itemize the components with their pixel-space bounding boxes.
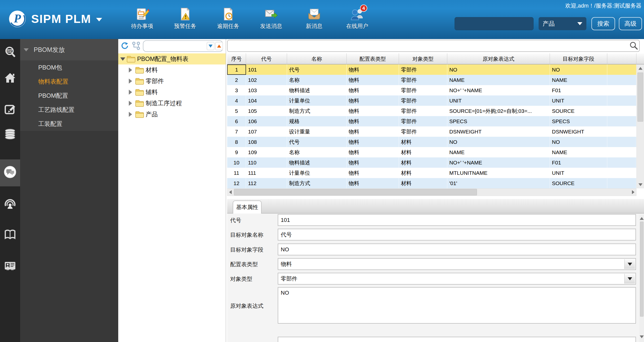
expand-icon[interactable] xyxy=(129,67,132,73)
tab-basic-properties[interactable]: 基本属性 xyxy=(233,200,262,214)
dropdown-button[interactable] xyxy=(624,259,635,269)
collapse-icon[interactable] xyxy=(120,57,125,61)
table-row[interactable]: 12112制造方式物料材料'01'SOURCE xyxy=(227,178,636,188)
chevron-down-icon[interactable] xyxy=(96,18,102,21)
table-row[interactable]: 3103物料描述物料零部件NO+' '+NAMEF01 xyxy=(227,85,636,95)
edit-icon[interactable] xyxy=(4,103,17,116)
nav-item[interactable]: 物料表配置 xyxy=(20,75,118,89)
table-row[interactable]: 4104计量单位物料零部件UNITUNIT xyxy=(227,95,636,106)
table-row[interactable]: 9109名称物料材料NAMENAME xyxy=(227,147,636,157)
sipm-search-icon[interactable]: SIPM xyxy=(4,46,17,59)
search-category-select[interactable]: 产品 xyxy=(539,17,586,30)
column-header[interactable] xyxy=(607,53,636,64)
column-header[interactable]: 对象类型 xyxy=(399,53,447,64)
search-icon[interactable] xyxy=(629,41,638,50)
field-input-2[interactable]: 代号 xyxy=(278,229,636,241)
nav-item[interactable]: 工装配置 xyxy=(20,117,118,131)
field-input-3[interactable]: NO xyxy=(278,244,636,255)
column-header[interactable]: 配置表类型 xyxy=(347,53,399,64)
toolbar-item-send[interactable]: 发送消息 xyxy=(256,7,286,30)
table-row[interactable]: 7107设计重量物料零部件DSNWEIGHTDSNWEIGHT xyxy=(227,126,636,137)
home-icon[interactable] xyxy=(4,71,17,84)
table-row[interactable]: 2102名称物料零部件NAMENAME xyxy=(227,75,636,85)
table-cell: 物料 xyxy=(347,126,399,137)
table-cell: SOURCE xyxy=(550,106,607,116)
scrollbar-thumb[interactable] xyxy=(234,189,477,195)
table-cell: F01 xyxy=(550,157,607,168)
scroll-down-button[interactable] xyxy=(637,181,644,188)
column-header[interactable]: 代号 xyxy=(246,53,287,64)
table-cell: 设计重量 xyxy=(287,126,347,137)
table-cell xyxy=(607,106,636,116)
scrollbar-thumb[interactable] xyxy=(637,73,643,122)
scroll-up-button[interactable] xyxy=(639,215,644,222)
expand-icon[interactable] xyxy=(129,79,132,84)
tree-node[interactable]: 辅料 xyxy=(118,87,226,98)
tree-node[interactable]: PBOM配置_物料表 xyxy=(118,53,226,64)
column-header[interactable]: 名称 xyxy=(287,53,347,64)
dropdown-button[interactable] xyxy=(624,274,635,284)
tree-node[interactable]: 制造工序过程 xyxy=(118,98,226,109)
tree-node[interactable]: 零部件 xyxy=(118,76,226,87)
database-icon[interactable] xyxy=(4,128,17,141)
search-prev-button[interactable] xyxy=(215,42,223,50)
advanced-search-button[interactable]: 高级 xyxy=(619,17,642,30)
detail-vertical-scrollbar[interactable] xyxy=(639,215,644,342)
hierarchy-icon[interactable] xyxy=(132,42,140,50)
scrollbar-thumb[interactable] xyxy=(640,222,643,317)
search-next-button[interactable] xyxy=(207,42,214,50)
field-input-6[interactable]: NO xyxy=(278,287,636,324)
toolbar-item-online[interactable]: 4在线用户 xyxy=(342,7,372,30)
expand-icon[interactable] xyxy=(129,112,132,117)
table-cell: MTLUNITNAME xyxy=(447,168,550,178)
tree-node[interactable]: 材料 xyxy=(118,64,226,76)
scroll-down-button[interactable] xyxy=(639,333,644,340)
field-input-1[interactable]: 101 xyxy=(278,214,636,226)
toolbar-item-new[interactable]: 新消息 xyxy=(299,7,329,30)
field-input-5[interactable]: 零部件 xyxy=(278,273,636,285)
expand-icon[interactable] xyxy=(129,90,132,95)
app-brand[interactable]: P SIPM PLM xyxy=(9,11,102,27)
expand-icon[interactable] xyxy=(129,101,132,106)
toolbar-item-overdue[interactable]: 逾期任务 xyxy=(213,7,243,30)
nav-item[interactable]: 工艺路线配置 xyxy=(20,103,118,117)
column-header[interactable]: 序号 xyxy=(227,53,246,64)
nav-group-header[interactable]: PBOM发放 xyxy=(20,39,118,60)
table-cell: 9 xyxy=(227,147,246,157)
book-icon[interactable] xyxy=(4,228,17,241)
chat-icon[interactable] xyxy=(4,165,17,179)
table-row[interactable]: 8108代号物料材料NONO xyxy=(227,137,636,147)
search-button[interactable]: 搜索 xyxy=(591,17,615,30)
toolbar-item-todo[interactable]: 待办事项 xyxy=(127,7,157,30)
table-cell: SPECS xyxy=(550,116,607,126)
nav-item[interactable]: PBOM包 xyxy=(20,60,118,75)
table-row[interactable]: 10110物料描述物料材料NO+' '+NAMEF01 xyxy=(227,157,636,168)
nav-item[interactable]: PBOM配置 xyxy=(20,89,118,103)
scroll-right-button[interactable] xyxy=(630,189,636,196)
table-filter-input[interactable] xyxy=(227,40,640,52)
scroll-up-button[interactable] xyxy=(637,65,644,72)
field-value: 物料 xyxy=(281,260,292,268)
table-cell: NAME xyxy=(550,147,607,157)
broadcast-icon[interactable] xyxy=(4,197,17,211)
tree-node[interactable]: 产品 xyxy=(118,109,226,120)
table-cell: 物料 xyxy=(347,157,399,168)
column-header[interactable]: 目标对象字段 xyxy=(550,53,607,64)
table-cell: SOURCE xyxy=(550,178,607,188)
field-input-partial[interactable] xyxy=(278,337,636,342)
table-vertical-scrollbar[interactable] xyxy=(636,64,644,188)
contact-card-icon[interactable] xyxy=(4,259,17,272)
table-horizontal-scrollbar[interactable] xyxy=(227,188,636,196)
scroll-left-button[interactable] xyxy=(227,189,233,196)
table-row[interactable]: 6106规格物料零部件SPECSSPECS xyxy=(227,116,636,126)
table-row[interactable]: 5105制造方式物料零部件SOURCE=[01=外购;02=自制;03=...S… xyxy=(227,106,636,116)
global-search-input[interactable] xyxy=(455,17,534,30)
table-row[interactable]: 11111计量单位物料材料MTLUNITNAMEUNIT xyxy=(227,168,636,178)
toolbar-item-warning[interactable]: 预警任务 xyxy=(170,7,200,30)
column-header[interactable]: 原对象表达式 xyxy=(447,53,550,64)
table-cell xyxy=(607,137,636,147)
table-row[interactable]: 1101代号物料零部件NONO xyxy=(227,64,636,75)
refresh-icon[interactable] xyxy=(120,42,129,50)
field-input-4[interactable]: 物料 xyxy=(278,258,636,270)
table-cell: 104 xyxy=(246,95,287,106)
